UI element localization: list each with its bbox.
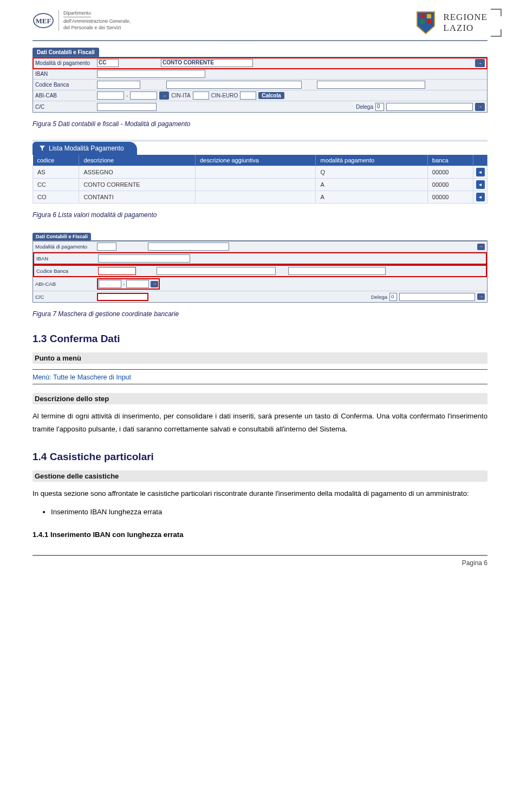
figure-7: Dati Contabili e Fiscali Modalità di pag…	[32, 231, 487, 303]
panel1-tab: Dati Contabili e Fiscali	[32, 48, 99, 57]
p3-iban-input[interactable]	[98, 254, 190, 263]
th-banca: banca	[427, 155, 473, 166]
cell-banca: 00000	[427, 191, 473, 204]
cell-agg	[195, 179, 316, 191]
abicab-label: ABI-CAB	[35, 93, 95, 99]
th-mod: modalità pagamento	[316, 155, 427, 166]
cell-descr: ASSEGNO	[79, 166, 196, 179]
codbanca-input[interactable]	[97, 81, 140, 89]
p3-abicab-label: ABI-CAB	[35, 281, 95, 287]
svg-rect-6	[427, 19, 431, 24]
p3-delega-lookup[interactable]: →	[477, 293, 485, 300]
mef-line3: del Personale e dei Servizi	[63, 25, 121, 30]
p3-cc-input[interactable]	[97, 293, 148, 301]
panel3: Modalità di pagamento → IBAN Codice Banc…	[32, 240, 487, 303]
p3-iban-label: IBAN	[36, 256, 96, 261]
cell-agg	[195, 166, 316, 179]
calcola-button[interactable]: Calcola	[258, 92, 284, 99]
lazio-crest-icon	[415, 10, 437, 35]
modalita-lookup-button[interactable]: →	[475, 59, 485, 67]
mef-logo-icon: MEF	[32, 10, 54, 31]
modalita-code-input[interactable]: CC	[97, 59, 119, 67]
p3-cc-label: C/C	[35, 294, 95, 300]
menu-path-line: Menù: Tutte le Maschere di Input	[32, 369, 487, 384]
delega-lookup-button[interactable]: →	[475, 103, 485, 111]
section-1-3-title: 1.3 Conferma Dati	[32, 333, 487, 345]
cell-codice: CC	[33, 179, 79, 191]
row-iban: IBAN	[33, 69, 487, 80]
p3-modalita-descr[interactable]	[148, 243, 229, 251]
p3-row-modalita: Modalità di pagamento →	[33, 241, 487, 252]
delega-input[interactable]: 0	[375, 103, 384, 111]
p3-row-cc: C/C Delega 0 →	[33, 291, 487, 302]
cinita-input[interactable]	[193, 91, 209, 100]
descrizione-step-label: Descrizione dello step	[32, 393, 487, 404]
cell-mod: Q	[316, 166, 427, 179]
p3-codbanca-d1[interactable]	[157, 267, 276, 275]
row-select-button[interactable]: ◂	[476, 180, 485, 189]
row-cc: C/C Delega 0 →	[33, 101, 487, 112]
delega-label: Delega	[356, 104, 373, 110]
codbanca-descr1[interactable]	[166, 81, 302, 89]
mef-line2: dell'Amministrazione Generale,	[63, 18, 131, 24]
table-row: CC CONTO CORRENTE A 00000 ◂	[33, 179, 487, 191]
cab-input[interactable]	[130, 91, 157, 100]
p3-codbanca-d2[interactable]	[288, 267, 386, 275]
p3-delega-descr[interactable]	[399, 293, 475, 301]
panel1: Modalità di pagamento CC CONTO CORRENTE …	[32, 57, 487, 113]
th-descr: descrizione	[79, 155, 196, 166]
mef-block: MEF Dipartimento dell'Amministrazione Ge…	[32, 10, 131, 31]
row-modalita: Modalità di pagamento CC CONTO CORRENTE …	[33, 58, 487, 69]
cell-banca: 00000	[427, 166, 473, 179]
cc-input[interactable]	[97, 103, 157, 111]
mef-dept-text: Dipartimento dell'Amministrazione Genera…	[58, 10, 131, 31]
p3-modalita-lookup[interactable]: →	[477, 244, 485, 250]
cell-codice: AS	[33, 166, 79, 179]
p3-abi-input[interactable]	[99, 280, 121, 288]
delega-descr[interactable]	[386, 103, 473, 111]
cell-mod: A	[316, 179, 427, 191]
sec13-paragraph: Al termine di ogni attività di inserimen…	[32, 410, 487, 436]
cell-descr: CONTO CORRENTE	[79, 179, 196, 191]
p3-modalita-code[interactable]	[97, 243, 116, 251]
header-rule	[32, 40, 487, 41]
lista-title: Lista Modalità Pagamento	[49, 145, 124, 152]
iban-label: IBAN	[35, 71, 95, 77]
iban-input[interactable]	[97, 70, 205, 78]
section-1-4-1-title: 1.4.1 Inserimento IBAN con lunghezza err…	[32, 531, 487, 539]
p3-delega-input[interactable]: 0	[389, 293, 397, 301]
abicab-lookup-button[interactable]: →	[159, 91, 169, 100]
page-footer: Pagina 6	[32, 555, 487, 567]
cineuro-label: CIN-EURO	[211, 93, 238, 99]
svg-rect-4	[427, 14, 431, 18]
row-codbanca: Codice Banca	[33, 80, 487, 90]
modalita-descr-input[interactable]: CONTO CORRENTE	[161, 59, 253, 67]
lazio-block: REGIONE LAZIO	[415, 10, 487, 35]
lazio-line1: REGIONE	[443, 12, 487, 23]
row-select-button[interactable]: ◂	[476, 193, 485, 201]
cinita-label: CIN-ITA	[171, 93, 190, 99]
p3-delega-label: Delega	[371, 294, 387, 300]
p3-abicab-lookup[interactable]: →	[151, 281, 158, 287]
p3-row-iban: IBAN	[33, 252, 487, 265]
p3-cab-input[interactable]	[126, 280, 149, 288]
cell-codice: CO	[33, 191, 79, 204]
cineuro-input[interactable]	[240, 91, 256, 100]
abi-input[interactable]	[97, 91, 124, 100]
th-agg: descrizione aggiuntiva	[195, 155, 316, 166]
svg-rect-3	[420, 14, 425, 18]
list-item: Inserimento IBAN lunghezza errata	[51, 506, 487, 519]
lazio-line2: LAZIO	[443, 23, 487, 34]
p3-codbanca-input[interactable]	[98, 267, 136, 275]
punto-a-menu-label: Punto a menù	[32, 352, 487, 364]
gestione-casistiche-label: Gestione delle casistiche	[32, 470, 487, 482]
cell-descr: CONTANTI	[79, 191, 196, 204]
menu-path: Menù: Tutte le Maschere di Input	[32, 374, 131, 381]
mef-line1: Dipartimento	[63, 10, 91, 17]
funnel-icon	[39, 145, 46, 152]
codbanca-descr2[interactable]	[317, 81, 425, 89]
row-select-button[interactable]: ◂	[476, 168, 485, 176]
figure-6: Lista Modalità Pagamento codice descrizi…	[32, 140, 487, 204]
page-header: MEF Dipartimento dell'Amministrazione Ge…	[32, 10, 487, 35]
caption-fig5: Figura 5 Dati contabili e fiscali - Moda…	[32, 120, 487, 128]
